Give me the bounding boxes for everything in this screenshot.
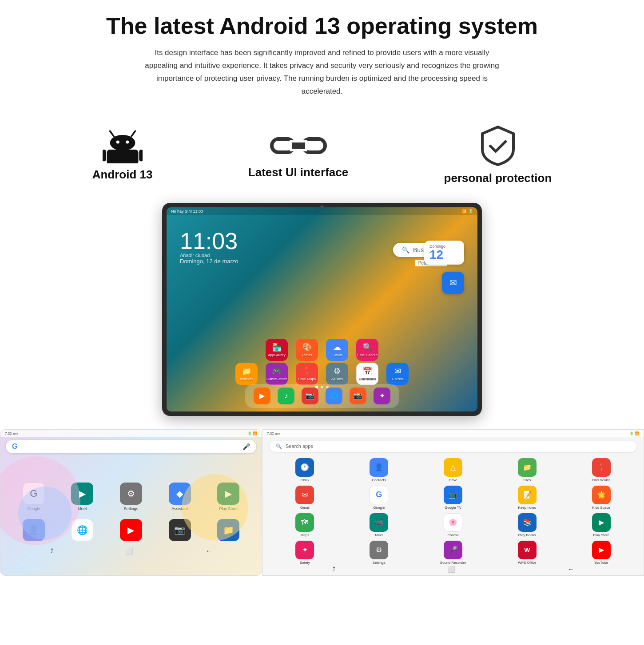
app-petal-search[interactable]: 🔍 Petal Search <box>356 339 378 361</box>
right-app-youtube[interactable]: ▶ YouTube <box>566 541 636 565</box>
dock-music[interactable]: ♪ <box>278 388 294 404</box>
bg-circle-2 <box>182 474 248 541</box>
search-icon: 🔍 <box>402 246 409 253</box>
calendar-widget: Domingo 12 <box>424 241 464 265</box>
tablet-device: No hay SIM 11:03 📶 🔋 11:03 Añadir ciudad… <box>162 203 482 416</box>
svg-line-1 <box>131 131 135 136</box>
dock-photo[interactable]: 📷 <box>302 388 318 404</box>
tablet-time-label: Añadir ciudad <box>180 253 239 258</box>
left-status-icons: 🔋 📶 <box>247 431 257 435</box>
nav-recent[interactable]: ← <box>206 547 212 554</box>
right-app-safety[interactable]: ✦ Safety <box>270 541 340 565</box>
google-logo: G <box>12 443 17 451</box>
tablet-app-grid: 🏪 AppGallery 🎨 Temas ☁ Cloud <box>167 339 477 385</box>
mic-icon: 🎤 <box>242 443 250 450</box>
protection-feature: personal protection <box>444 125 552 185</box>
right-search-text: Search apps <box>286 443 313 449</box>
right-status-icons: 🔋 📶 <box>629 431 639 435</box>
svg-rect-7 <box>139 150 143 162</box>
tablet-date: Domingo, 12 de marzo <box>180 258 239 265</box>
app-cloud[interactable]: ☁ Cloud <box>326 339 348 361</box>
right-search-bar[interactable]: 🔍 Search apps <box>270 441 636 452</box>
right-app-google[interactable]: G Google <box>344 486 414 510</box>
bottom-section: 7:32 am 🔋 📶 G 🎤 G Google ▶ Meet <box>0 425 644 576</box>
tablet-app-row-1: 🏪 AppGallery 🎨 Temas ☁ Cloud <box>175 339 469 361</box>
right-app-play-store[interactable]: ▶ Play Store <box>566 513 636 537</box>
ui-label: Latest UI interface <box>248 166 348 179</box>
app-calendario[interactable]: 📅 Calendario <box>356 363 378 385</box>
ui-feature: Latest UI interface <box>248 130 348 179</box>
android-icon <box>103 128 143 163</box>
dock-video[interactable]: ▶ <box>254 388 270 404</box>
right-app-clock[interactable]: 🕐 Clock <box>270 458 340 482</box>
nav-home[interactable]: ⬜ <box>126 547 133 554</box>
icons-row: Android 13 Latest UI interface personal … <box>0 120 644 198</box>
left-status-time: 7:32 am <box>5 431 18 435</box>
nav-back[interactable]: ⤴ <box>50 547 53 554</box>
tablet-time: 11:03 <box>180 230 239 253</box>
right-search-icon: 🔍 <box>276 443 282 449</box>
tablet-status-bar: No hay SIM 11:03 📶 🔋 <box>167 207 477 215</box>
right-status-bar: 7:32 am 🔋 📶 <box>262 430 644 437</box>
right-status-time: 7:32 am <box>267 431 280 435</box>
left-app-settings-label: Settings <box>124 507 139 511</box>
subtitle: Its design interface has been significan… <box>140 47 504 98</box>
left-status-bar: 7:32 am 🔋 📶 <box>0 430 262 437</box>
dock-camera[interactable]: 📸 <box>350 388 366 404</box>
tablet-status-left: No hay SIM 11:03 <box>171 209 203 214</box>
right-app-drive[interactable]: △ Drive <box>418 458 489 482</box>
bg-circle-3 <box>18 487 72 540</box>
right-app-meet[interactable]: 📹 Meet <box>344 513 414 537</box>
app-archivos[interactable]: 📁 Archivos <box>235 363 258 385</box>
svg-rect-6 <box>103 150 106 162</box>
right-app-kids-space[interactable]: 🌟 Kids Space <box>566 486 636 510</box>
tablet-app-row-2: 📁 Archivos 🎮 GameCenter 📍 Petal Maps <box>175 363 469 385</box>
app-temas[interactable]: 🎨 Temas <box>296 339 318 361</box>
app-gamecenter[interactable]: 🎮 GameCenter <box>266 363 288 385</box>
cal-date-num: 12 <box>429 249 459 261</box>
protection-label: personal protection <box>444 171 552 185</box>
right-app-google-tv[interactable]: 📺 Google TV <box>418 486 489 510</box>
right-app-contacts[interactable]: 👤 Contacts <box>344 458 414 482</box>
tablet-status-right: 📶 🔋 <box>462 209 473 214</box>
tablet-clock: 11:03 Añadir ciudad Domingo, 12 de marzo <box>180 230 239 265</box>
app-appgallery[interactable]: 🏪 AppGallery <box>266 339 288 361</box>
tablet-section: No hay SIM 11:03 📶 🔋 11:03 Añadir ciudad… <box>0 198 644 425</box>
right-app-maps[interactable]: 🗺 Maps <box>270 513 340 537</box>
dock-browser[interactable]: 🌐 <box>326 388 342 404</box>
android-label: Android 13 <box>92 168 153 182</box>
header-section: The latest Android 13 operating system I… <box>0 0 644 120</box>
app-correo[interactable]: ✉ Correo <box>386 363 409 385</box>
tablet-screen: No hay SIM 11:03 📶 🔋 11:03 Añadir ciudad… <box>167 207 477 412</box>
chain-link-icon <box>270 130 327 161</box>
right-app-settings[interactable]: ⚙ Settings <box>344 541 414 565</box>
right-app-wps-office[interactable]: W WPS Office <box>492 541 562 565</box>
screenshot-right: 7:32 am 🔋 📶 🔍 Search apps 🕐 Clock 👤 Cont <box>262 429 644 576</box>
app-petal-maps[interactable]: 📍 Petal Maps <box>296 363 318 385</box>
left-app-settings[interactable]: ⚙ Settings <box>120 483 142 511</box>
right-app-keep[interactable]: 📝 Keep notes <box>492 486 562 510</box>
svg-rect-5 <box>107 150 138 163</box>
right-app-grid: 🕐 Clock 👤 Contacts △ Drive <box>262 455 644 567</box>
svg-point-3 <box>116 141 119 144</box>
right-app-play-books[interactable]: 📚 Play Books <box>492 513 562 537</box>
svg-point-2 <box>110 135 135 151</box>
shield-check-icon <box>478 125 518 167</box>
right-app-find-device[interactable]: 📍 Find Device <box>566 458 636 482</box>
right-nav-home[interactable]: ⬜ <box>448 566 455 573</box>
google-search-bar[interactable]: G 🎤 <box>6 440 256 453</box>
svg-point-4 <box>126 141 129 144</box>
right-app-files[interactable]: 📁 Files <box>492 458 562 482</box>
mail-widget: ✉ <box>442 272 464 294</box>
right-app-photos[interactable]: 🌸 Photos <box>418 513 489 537</box>
screenshot-left: 7:32 am 🔋 📶 G 🎤 G Google ▶ Meet <box>0 429 262 576</box>
right-app-gmail[interactable]: ✉ Gmail <box>270 486 340 510</box>
right-app-sound-recorder[interactable]: 🎤 Sound Recorder <box>418 541 489 565</box>
app-ajustes[interactable]: ⚙ Ajustes <box>326 363 348 385</box>
right-nav-back[interactable]: ⤴ <box>332 566 335 573</box>
dock-apps[interactable]: ✦ <box>374 388 390 404</box>
svg-rect-14 <box>292 142 305 149</box>
right-nav-recent[interactable]: ← <box>568 566 574 573</box>
left-bottom-youtube[interactable]: ▶ <box>120 519 142 541</box>
android-feature: Android 13 <box>92 128 153 182</box>
